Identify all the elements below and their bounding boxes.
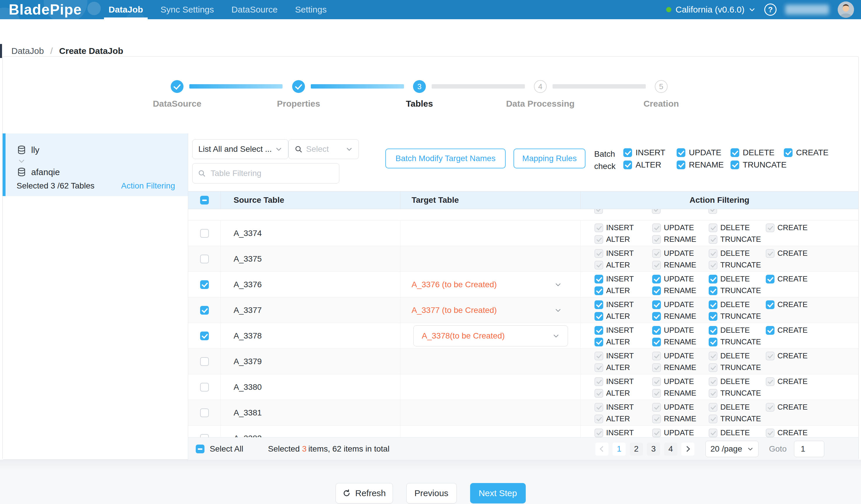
checkbox-alter[interactable] [623,161,632,169]
batch-check-update[interactable]: UPDATE [676,148,722,157]
checkbox-rename[interactable] [652,338,661,346]
row-select-checkbox[interactable] [200,434,209,438]
row-select-checkbox[interactable] [200,229,209,238]
checkbox-insert[interactable] [594,326,603,335]
avatar[interactable] [838,1,854,18]
batch-check-rename[interactable]: RENAME [676,160,724,169]
action-insert[interactable]: INSERT [594,300,634,309]
stepper-circle-tables[interactable]: 3 [413,80,426,93]
checkbox-insert[interactable] [594,300,603,309]
env-selector[interactable]: California (v0.6.0) [666,5,755,15]
action-update[interactable]: UPDATE [652,300,694,309]
checkbox-truncate[interactable] [709,286,718,295]
previous-button[interactable]: Previous [406,483,457,503]
select-all-header-checkbox[interactable] [200,196,209,205]
checkbox-insert[interactable] [594,275,603,284]
action-update[interactable]: UPDATE [652,274,694,284]
checkbox-alter[interactable] [594,338,603,346]
checkbox-create[interactable] [766,300,775,309]
action-delete[interactable]: DELETE [709,274,750,284]
row-select-checkbox[interactable] [200,255,209,263]
nav-item-sync-settings[interactable]: Sync Settings [152,0,222,19]
action-alter[interactable]: ALTER [594,286,630,295]
help-icon[interactable]: ? [764,3,777,16]
batch-check-insert[interactable]: INSERT [623,148,665,157]
pagination-next-button[interactable] [681,442,694,455]
stepper-circle-properties[interactable] [292,80,305,93]
action-rename[interactable]: RENAME [652,337,696,346]
pagination-page-1[interactable]: 1 [613,442,626,455]
checkbox-create[interactable] [766,326,775,335]
action-truncate[interactable]: TRUNCATE [709,286,761,295]
refresh-button[interactable]: Refresh [336,483,393,503]
mapping-rules-button[interactable]: Mapping Rules [514,149,586,168]
checkbox-delete[interactable] [730,148,739,157]
batch-check-create[interactable]: CREATE [784,148,829,157]
stepper-circle-data-processing[interactable]: 4 [534,80,547,93]
action-delete[interactable]: DELETE [709,326,750,335]
breadcrumb-parent[interactable]: DataJob [11,46,44,56]
checkbox-update[interactable] [652,300,661,309]
datajob-pair-card[interactable]: lly afanqie Selected 3 /62 [3,133,188,196]
batch-check-delete[interactable]: DELETE [730,148,775,157]
row-select-checkbox[interactable] [200,357,209,366]
checkbox-create[interactable] [784,148,793,157]
action-delete[interactable]: DELETE [709,300,750,309]
pagination-page-2[interactable]: 2 [630,442,643,455]
checkbox-insert[interactable] [623,148,632,157]
action-filtering-link[interactable]: Action Filtering [121,181,175,191]
checkbox-rename[interactable] [652,286,661,295]
list-mode-select[interactable]: List All and Select ... [192,139,288,159]
checkbox-create[interactable] [766,275,775,284]
stepper-circle-creation[interactable]: 5 [655,80,668,93]
select-all-checkbox[interactable] [196,445,204,453]
checkbox-delete[interactable] [709,326,718,335]
checkbox-rename[interactable] [676,161,685,169]
pagination-page-4[interactable]: 4 [664,442,677,455]
action-truncate[interactable]: TRUNCATE [709,337,761,346]
nav-item-datasource[interactable]: DataSource [223,0,286,19]
goto-page-input[interactable] [794,441,824,457]
action-rename[interactable]: RENAME [652,286,696,295]
page-size-select[interactable]: 20 /page [706,441,758,457]
batch-modify-target-names-button[interactable]: Batch Modify Target Names [385,149,506,168]
checkbox-update[interactable] [652,326,661,335]
row-select-checkbox[interactable] [200,331,209,340]
chevron-down-icon[interactable] [555,272,562,297]
action-update[interactable]: UPDATE [652,326,694,335]
row-select-checkbox[interactable] [200,383,209,392]
batch-check-alter[interactable]: ALTER [623,160,661,169]
checkbox-alter[interactable] [594,312,603,321]
action-create[interactable]: CREATE [766,274,808,284]
checkbox-truncate[interactable] [730,161,739,169]
action-insert[interactable]: INSERT [594,326,634,335]
action-alter[interactable]: ALTER [594,312,630,321]
checkbox-truncate[interactable] [709,312,718,321]
action-create[interactable]: CREATE [766,326,808,335]
checkbox-delete[interactable] [709,300,718,309]
checkbox-delete[interactable] [709,275,718,284]
chevron-down-icon[interactable] [555,298,562,323]
checkbox-alter[interactable] [594,286,603,295]
row-select-checkbox[interactable] [200,306,209,315]
nav-item-settings[interactable]: Settings [286,0,335,19]
table-filter-input[interactable] [210,168,334,178]
action-alter[interactable]: ALTER [594,337,630,346]
action-create[interactable]: CREATE [766,300,808,309]
checkbox-truncate[interactable] [709,338,718,346]
nav-item-datajob[interactable]: DataJob [100,0,152,19]
checkbox-rename[interactable] [652,312,661,321]
stepper-circle-datasource[interactable] [171,80,183,93]
row-select-checkbox[interactable] [200,408,209,417]
row-select-checkbox[interactable] [200,280,209,289]
pagination-page-3[interactable]: 3 [647,442,660,455]
target-table-select[interactable]: A_3378(to be Created) [413,325,568,346]
action-insert[interactable]: INSERT [594,274,634,284]
batch-check-truncate[interactable]: TRUNCATE [730,160,787,169]
action-rename[interactable]: RENAME [652,312,696,321]
next-step-button[interactable]: Next Step [470,483,526,503]
checkbox-update[interactable] [676,148,685,157]
action-truncate[interactable]: TRUNCATE [709,312,761,321]
checkbox-update[interactable] [652,275,661,284]
column-select[interactable]: Select [288,139,359,159]
